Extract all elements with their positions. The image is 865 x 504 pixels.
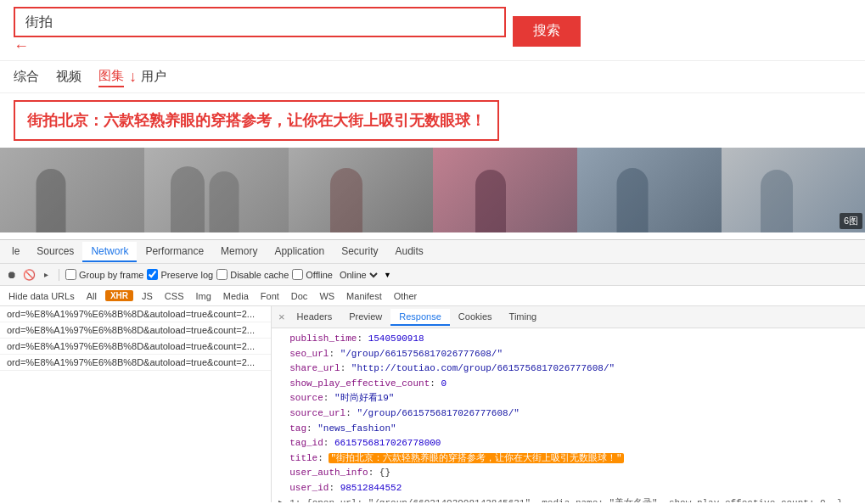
- offline-input[interactable]: [292, 269, 303, 280]
- devtools-tab-bar: le Sources Network Performance Memory Ap…: [0, 240, 865, 264]
- json-line-6: source_url: "/group/6615756817026777608/…: [278, 406, 858, 422]
- filter-manifest[interactable]: Manifest: [343, 290, 385, 302]
- featured-title: 街拍北京：六款轻熟养眼的穿搭参考，让你在大街上吸引无数眼球！: [27, 112, 486, 129]
- filter-icon[interactable]: ▸: [39, 268, 53, 282]
- image-5[interactable]: [577, 148, 722, 232]
- nav-tabs: ↓ 综合 视频 图集 用户: [0, 61, 865, 93]
- preserve-log-checkbox[interactable]: Preserve log: [147, 269, 213, 280]
- devtools-main-content: ord=%E8%A1%97%E6%8B%8D&autoload=true&cou…: [0, 306, 865, 502]
- right-pane: × Headers Preview Response Cookies Timin…: [272, 306, 865, 502]
- filter-xhr[interactable]: XHR: [105, 290, 133, 301]
- url-item-2[interactable]: ord=%E8%A1%97%E6%8B%8D&autoload=true&cou…: [0, 322, 271, 339]
- urls-pane: ord=%E8%A1%97%E6%8B%8D&autoload=true&cou…: [0, 306, 272, 502]
- filter-ws[interactable]: WS: [316, 290, 338, 302]
- preserve-log-input[interactable]: [147, 269, 158, 280]
- image-4[interactable]: [433, 148, 577, 232]
- search-input[interactable]: [14, 7, 506, 37]
- filter-img[interactable]: Img: [192, 290, 214, 302]
- tab-comprehensive[interactable]: 综合: [14, 67, 39, 87]
- response-tab-preview[interactable]: Preview: [340, 309, 390, 326]
- filter-js[interactable]: JS: [138, 290, 156, 302]
- clear-icon[interactable]: 🚫: [22, 268, 36, 282]
- devtools-tab-sources[interactable]: Sources: [28, 242, 82, 262]
- devtools-tab-network[interactable]: Network: [82, 242, 137, 262]
- json-line-10: user_auth_info: {}: [278, 466, 858, 481]
- json-line-7: tag: "news_fashion": [278, 422, 858, 437]
- disable-cache-checkbox[interactable]: Disable cache: [216, 269, 289, 280]
- url-item-3[interactable]: ord=%E8%A1%97%E6%8B%8D&autoload=true&cou…: [0, 339, 271, 355]
- featured-article[interactable]: 街拍北京：六款轻熟养眼的穿搭参考，让你在大街上吸引无数眼球！: [14, 100, 499, 141]
- filter-all[interactable]: All: [83, 290, 100, 302]
- nav-annotation-arrow: ↓: [129, 68, 137, 86]
- filter-doc[interactable]: Doc: [288, 290, 312, 302]
- json-line-2: seo_url: "/group/6615756817026777608/": [278, 347, 858, 362]
- disable-cache-input[interactable]: [216, 269, 227, 280]
- devtools-tab-application[interactable]: Application: [266, 242, 333, 262]
- response-tab-cookies[interactable]: Cookies: [450, 309, 501, 326]
- tab-video[interactable]: 视频: [56, 67, 81, 87]
- throttle-select[interactable]: Online: [336, 269, 380, 281]
- response-tab-timing[interactable]: Timing: [501, 309, 546, 326]
- url-item-1[interactable]: ord=%E8%A1%97%E6%8B%8D&autoload=true&cou…: [0, 306, 271, 322]
- image-count-badge: 6图: [840, 213, 862, 229]
- response-tab-headers[interactable]: Headers: [289, 309, 341, 326]
- devtools-tab-audits[interactable]: Audits: [387, 242, 432, 262]
- json-line-12[interactable]: ▶ 1: {open_url: "/group/6602140390814384…: [278, 496, 858, 502]
- devtools-tab-le[interactable]: le: [3, 242, 28, 262]
- image-strip: 6图: [0, 148, 865, 232]
- url-item-4[interactable]: ord=%E8%A1%97%E6%8B%8D&autoload=true&cou…: [0, 355, 271, 371]
- image-1[interactable]: [0, 148, 144, 232]
- tab-users[interactable]: 用户: [141, 67, 166, 87]
- json-line-11: user_id: 98512844552: [278, 481, 858, 496]
- tab-gallery[interactable]: 图集: [98, 66, 124, 87]
- image-2[interactable]: [144, 148, 289, 232]
- devtools-tab-performance[interactable]: Performance: [137, 242, 212, 262]
- devtools-tab-memory[interactable]: Memory: [212, 242, 266, 262]
- offline-checkbox[interactable]: Offline: [292, 269, 333, 280]
- response-sub-tabs: × Headers Preview Response Cookies Timin…: [272, 306, 865, 328]
- search-input-wrap: ←: [14, 7, 506, 55]
- devtools-tab-security[interactable]: Security: [333, 242, 386, 262]
- filter-other[interactable]: Other: [390, 290, 421, 302]
- search-annotation-arrow: ←: [14, 37, 29, 54]
- json-line-1: publish_time: 1540590918: [278, 332, 858, 347]
- image-6[interactable]: 6图: [722, 148, 865, 232]
- record-icon[interactable]: ⏺: [5, 268, 19, 282]
- toolbar-separator-1: [59, 269, 59, 281]
- json-line-4: show_play_effective_count: 0: [278, 377, 858, 392]
- throttle-dropdown-icon: ▼: [384, 271, 391, 279]
- group-by-frame-checkbox[interactable]: Group by frame: [65, 269, 143, 280]
- search-area: ← 搜索: [0, 0, 865, 61]
- group-by-frame-input[interactable]: [65, 269, 76, 280]
- devtools-filter-bar: Hide data URLs All XHR JS CSS Img Media …: [0, 286, 865, 306]
- filter-media[interactable]: Media: [220, 290, 252, 302]
- content-area: 街拍北京：六款轻熟养眼的穿搭参考，让你在大街上吸引无数眼球！ 6图: [0, 93, 865, 239]
- json-line-5: source: "时尚好看19": [278, 391, 858, 406]
- filter-css[interactable]: CSS: [161, 290, 188, 302]
- response-tab-response[interactable]: Response: [390, 309, 450, 326]
- devtools-panel: le Sources Network Performance Memory Ap…: [0, 239, 865, 502]
- image-3[interactable]: [289, 148, 433, 232]
- hide-data-urls-label[interactable]: Hide data URLs: [5, 290, 78, 302]
- json-line-8: tag_id: 6615756817026778000: [278, 436, 858, 451]
- json-line-3: share_url: "http://toutiao.com/group/661…: [278, 361, 858, 377]
- json-content: publish_time: 1540590918 seo_url: "/grou…: [272, 328, 865, 502]
- search-button[interactable]: 搜索: [513, 16, 581, 47]
- close-response-icon[interactable]: ×: [278, 311, 285, 323]
- json-line-9: title: "街拍北京：六款轻熟养眼的穿搭参考，让你在大街上吸引无数眼球！": [278, 451, 858, 467]
- devtools-toolbar: ⏺ 🚫 ▸ Group by frame Preserve log Disabl…: [0, 264, 865, 286]
- filter-font[interactable]: Font: [257, 290, 283, 302]
